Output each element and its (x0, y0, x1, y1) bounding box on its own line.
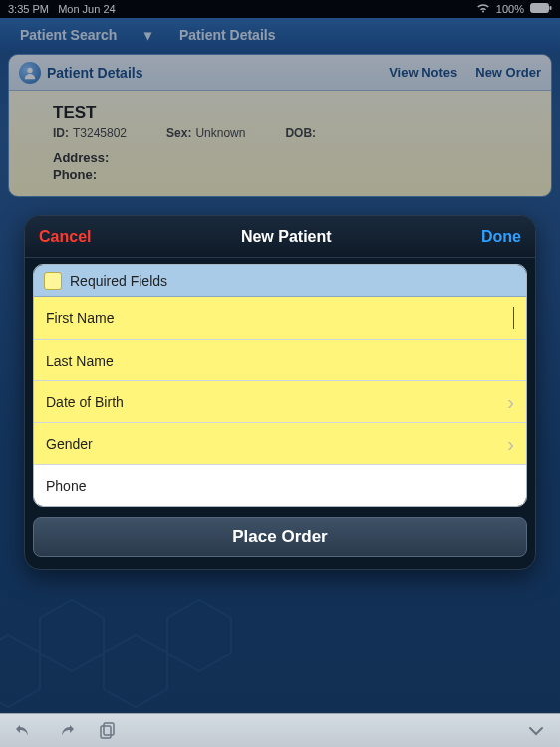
dob-field[interactable]: Date of Birth › (34, 380, 526, 422)
first-name-label: First Name (46, 310, 114, 326)
svg-rect-7 (101, 726, 111, 738)
done-button[interactable]: Done (481, 228, 521, 246)
last-name-field[interactable]: Last Name (34, 339, 526, 380)
copy-icon[interactable] (98, 721, 118, 741)
first-name-field[interactable]: First Name (34, 297, 526, 339)
cancel-button[interactable]: Cancel (39, 228, 91, 246)
place-order-button[interactable]: Place Order (33, 517, 527, 557)
gender-label: Gender (46, 436, 93, 452)
required-label: Required Fields (70, 273, 167, 289)
chevron-right-icon: › (507, 434, 514, 454)
chevron-right-icon: › (507, 392, 514, 412)
redo-icon[interactable] (56, 721, 76, 741)
modal-body: Required Fields First Name Last Name Dat… (33, 264, 527, 507)
svg-rect-8 (104, 723, 114, 735)
required-swatch-icon (44, 272, 62, 290)
last-name-label: Last Name (46, 353, 114, 369)
bottom-toolbar (0, 713, 560, 747)
gender-field[interactable]: Gender › (34, 422, 526, 464)
modal-header: Cancel New Patient Done (25, 216, 535, 258)
collapse-icon[interactable] (526, 721, 546, 741)
undo-icon[interactable] (14, 721, 34, 741)
phone-field[interactable]: Phone (34, 464, 526, 506)
phone-label-modal: Phone (46, 478, 86, 494)
new-patient-modal: Cancel New Patient Done Required Fields … (24, 215, 536, 570)
text-cursor (513, 307, 515, 329)
modal-title: New Patient (91, 228, 481, 246)
required-fields-legend: Required Fields (34, 265, 526, 297)
dob-label: Date of Birth (46, 394, 124, 410)
